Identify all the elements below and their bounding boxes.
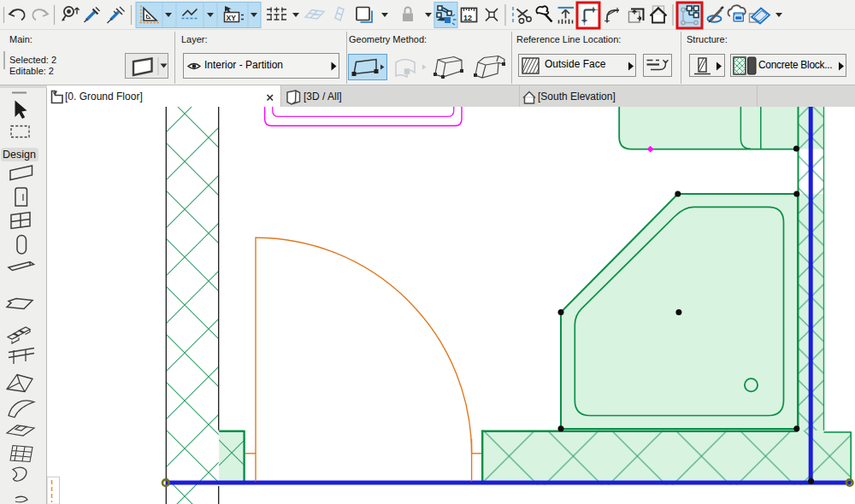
svg-text:XY: XY (227, 14, 237, 22)
svg-text:12: 12 (463, 14, 472, 22)
